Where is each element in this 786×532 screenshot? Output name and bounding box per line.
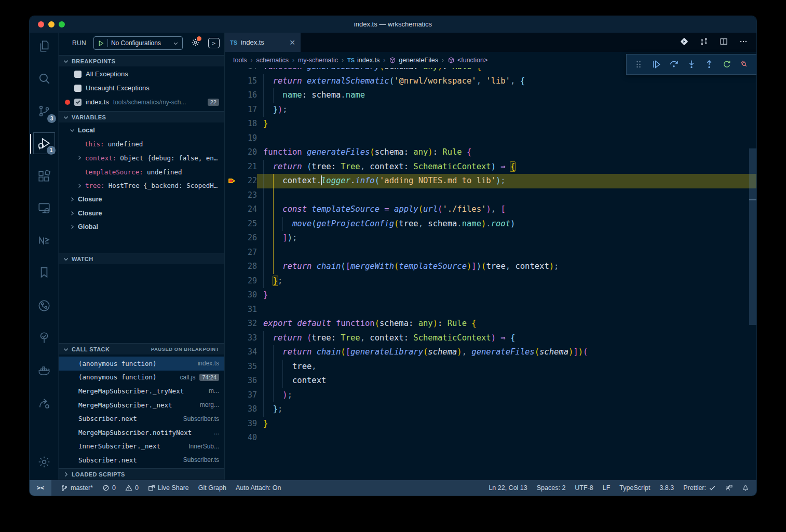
code-line[interactable]: 15 return externalSchematic('@nrwl/works… bbox=[225, 74, 756, 89]
breadcrumb-item[interactable]: tools bbox=[233, 57, 247, 64]
more-actions-icon[interactable] bbox=[739, 37, 748, 48]
language-mode[interactable]: TypeScript bbox=[619, 484, 650, 492]
code-line[interactable]: 40 bbox=[225, 431, 756, 445]
restart-icon[interactable] bbox=[720, 58, 734, 71]
gutter[interactable] bbox=[225, 88, 238, 103]
gutter[interactable] bbox=[225, 231, 238, 245]
gutter[interactable] bbox=[225, 245, 238, 260]
code-line[interactable]: 20function generateFiles(schema: any): R… bbox=[225, 145, 756, 160]
code-line[interactable]: 29 }; bbox=[225, 274, 756, 289]
gutter[interactable] bbox=[225, 345, 238, 360]
variable-row[interactable]: context:Object {debug: false, en… bbox=[59, 151, 224, 165]
code-line[interactable]: 36 context bbox=[225, 374, 756, 388]
variable-scope-row[interactable]: Local bbox=[59, 124, 224, 138]
launch-configuration-dropdown[interactable]: No Configurations bbox=[93, 36, 183, 50]
variables-section-header[interactable]: VARIABLES bbox=[59, 111, 224, 122]
checkbox[interactable] bbox=[74, 99, 82, 106]
gutter[interactable] bbox=[225, 145, 238, 160]
source-control-icon[interactable]: 3 bbox=[33, 100, 55, 122]
checkbox[interactable] bbox=[74, 71, 82, 78]
gutter[interactable] bbox=[225, 402, 238, 417]
feedback[interactable] bbox=[725, 484, 733, 492]
explorer-icon[interactable] bbox=[33, 35, 55, 57]
code-line[interactable]: 22 context.logger.info('adding NOTES.md … bbox=[225, 174, 756, 188]
code-line[interactable]: 16 name: schema.name bbox=[225, 88, 756, 103]
code-line[interactable]: 24 const templateSource = apply(url('./f… bbox=[225, 202, 756, 217]
code-line[interactable]: 19 bbox=[225, 131, 756, 146]
breadcrumb-item[interactable]: <function> bbox=[448, 57, 487, 64]
code-line[interactable]: 32export default function(schema: any): … bbox=[225, 317, 756, 331]
code-line[interactable]: 30} bbox=[225, 288, 756, 303]
paused-breakpoint-icon[interactable] bbox=[225, 174, 238, 188]
stack-frame[interactable]: Subscriber.nextSubscriber.ts bbox=[59, 412, 224, 426]
gutter[interactable] bbox=[225, 303, 238, 317]
indentation[interactable]: Spaces: 2 bbox=[537, 484, 566, 492]
editor-scrollbar[interactable] bbox=[749, 148, 756, 325]
code-line[interactable]: 26 ]); bbox=[225, 231, 756, 245]
stack-frame[interactable]: MergeMapSubscriber.notifyNext... bbox=[59, 426, 224, 440]
breakpoint-row[interactable]: index.tstools/schematics/my-sch...22 bbox=[59, 95, 224, 109]
git-graph[interactable]: Git Graph bbox=[198, 484, 226, 492]
code-line[interactable]: 17 }); bbox=[225, 103, 756, 117]
live-share[interactable]: Live Share bbox=[148, 484, 189, 492]
step-over-icon[interactable] bbox=[667, 58, 681, 71]
stack-frame[interactable]: (anonymous function)index.ts bbox=[59, 357, 224, 371]
gutter[interactable] bbox=[225, 260, 238, 274]
breadcrumb-item[interactable]: TSindex.ts bbox=[347, 57, 380, 64]
code-line[interactable]: 31 bbox=[225, 303, 756, 317]
docker-icon[interactable] bbox=[33, 360, 55, 381]
call-stack-section-header[interactable]: CALL STACK PAUSED ON BREAKPOINT bbox=[59, 343, 224, 354]
gutter[interactable] bbox=[225, 274, 238, 289]
gutter[interactable] bbox=[225, 160, 238, 174]
test-explorer-icon[interactable] bbox=[33, 327, 55, 349]
cursor-position[interactable]: Ln 22, Col 13 bbox=[489, 484, 527, 492]
variable-scope-row[interactable]: Global bbox=[59, 220, 224, 234]
variable-row[interactable]: this:undefined bbox=[59, 138, 224, 152]
debug-console-button[interactable]: > bbox=[208, 38, 220, 48]
prettier[interactable]: Prettier: bbox=[683, 484, 716, 492]
code-line[interactable]: 18} bbox=[225, 117, 756, 131]
auto-attach[interactable]: Auto Attach: On bbox=[236, 484, 281, 492]
errors[interactable]: 0 bbox=[102, 484, 116, 492]
split-editor-icon[interactable] bbox=[719, 37, 728, 48]
gutter[interactable] bbox=[225, 202, 238, 217]
gutter[interactable] bbox=[225, 374, 238, 388]
code-line[interactable]: 21 return (tree: Tree, context: Schemati… bbox=[225, 160, 756, 174]
gutter[interactable] bbox=[225, 217, 238, 231]
gutter[interactable] bbox=[225, 188, 238, 203]
code-line[interactable]: 37 ); bbox=[225, 388, 756, 403]
loaded-scripts-section-header[interactable]: LOADED SCRIPTS bbox=[59, 468, 224, 480]
gutter[interactable] bbox=[225, 103, 238, 117]
variable-scope-row[interactable]: Closure bbox=[59, 207, 224, 221]
stack-frame[interactable]: Subscriber.nextSubscriber.ts bbox=[59, 453, 224, 467]
git-graph-icon[interactable] bbox=[33, 295, 55, 317]
start-debug-icon[interactable] bbox=[98, 40, 104, 47]
extensions-icon[interactable] bbox=[33, 166, 55, 187]
breakpoint-row[interactable]: All Exceptions bbox=[59, 67, 224, 81]
code-line[interactable]: 34 return chain([generateLibrary(schema)… bbox=[225, 345, 756, 360]
gutter[interactable] bbox=[225, 74, 238, 89]
configure-gear-button[interactable] bbox=[191, 38, 200, 49]
nx-console-icon[interactable] bbox=[33, 229, 55, 251]
stack-frame[interactable]: InnerSubscriber._nextInnerSub... bbox=[59, 440, 224, 454]
drag-handle-icon[interactable] bbox=[632, 58, 645, 71]
stack-frame[interactable]: MergeMapSubscriber._nextmerg... bbox=[59, 398, 224, 412]
breakpoint-row[interactable]: Uncaught Exceptions bbox=[59, 81, 224, 95]
stack-frame[interactable]: MergeMapSubscriber._tryNextm... bbox=[59, 384, 224, 398]
gutter[interactable] bbox=[225, 131, 238, 146]
gutter[interactable] bbox=[225, 331, 238, 346]
gutter[interactable] bbox=[225, 288, 238, 303]
encoding[interactable]: UTF-8 bbox=[575, 484, 593, 492]
stack-frame[interactable]: (anonymous function)call.js74:24 bbox=[59, 371, 224, 385]
eol[interactable]: LF bbox=[603, 484, 611, 492]
gutter[interactable] bbox=[225, 431, 238, 445]
breadcrumb-item[interactable]: schematics bbox=[256, 57, 289, 64]
gutter[interactable] bbox=[225, 117, 238, 131]
code-line[interactable]: 27 bbox=[225, 245, 756, 260]
notifications-bell[interactable] bbox=[742, 484, 749, 492]
search-icon[interactable] bbox=[33, 67, 55, 89]
git-branch[interactable]: master* bbox=[61, 484, 93, 492]
bookmarks-icon[interactable] bbox=[33, 262, 55, 283]
gutter[interactable] bbox=[225, 388, 238, 403]
breakpoints-section-header[interactable]: BREAKPOINTS bbox=[59, 55, 224, 66]
